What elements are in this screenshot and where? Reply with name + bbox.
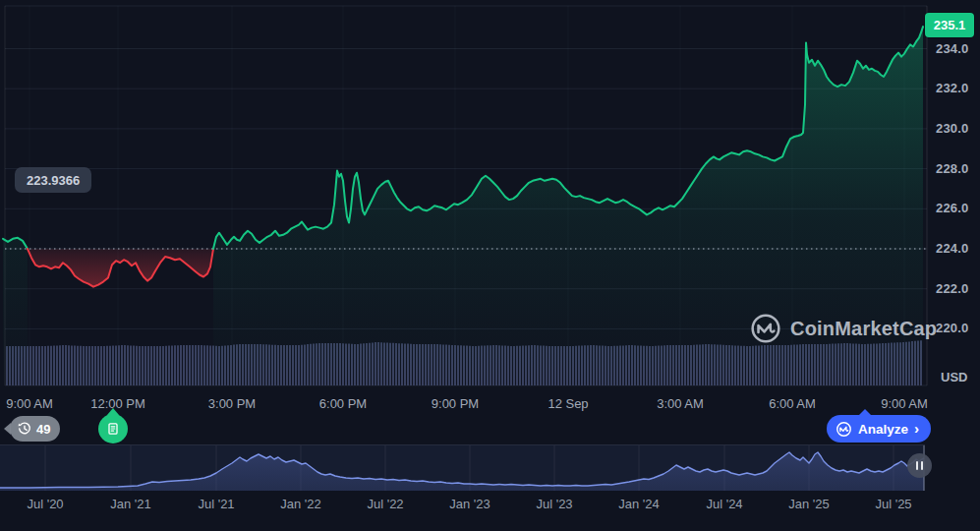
nav-date-label: Jan '25 [788,497,830,511]
time-axis-label: 9:00 AM [881,396,928,411]
time-axis-label: 6:00 AM [769,396,816,411]
history-events-button[interactable]: 49 [10,416,60,442]
price-chart-area[interactable]: 223.9366 CoinMarketCap 235.1 234.0232.02… [0,0,980,391]
news-event-pin[interactable] [98,414,128,443]
baseline-price-label: 223.9366 [15,167,91,193]
analyze-button-tail [858,409,872,416]
analyze-label: Analyze [858,422,908,437]
time-axis-label: 3:00 AM [657,396,704,411]
nav-date-label: Jul '22 [367,497,403,511]
range-navigator[interactable] [0,444,925,491]
price-axis-label: 224.0 [936,241,979,256]
time-axis-label: 6:00 PM [319,396,367,411]
nav-date-label: Jul '24 [706,497,742,511]
price-axis-label: 234.0 [936,41,979,56]
coinmarketcap-watermark: CoinMarketCap [750,313,937,344]
price-axis-label: 226.0 [936,201,979,215]
price-axis-label: 230.0 [936,121,979,136]
time-axis-label: 3:00 PM [208,396,256,411]
nav-date-label: Jul '23 [536,497,572,511]
nav-date-label: Jul '21 [198,497,234,511]
navigator-resize-handle[interactable] [907,453,932,478]
history-clock-icon [18,422,31,436]
price-axis-label: 228.0 [936,161,979,176]
price-axis-label: 220.0 [936,321,979,335]
nav-date-label: Jul '20 [27,497,63,511]
coinmarketcap-logo-icon [750,313,781,344]
currency-unit-label: USD [941,370,967,384]
nav-date-label: Jan '24 [618,497,660,511]
nav-date-label: Jan '21 [110,497,151,511]
navigator-svg[interactable] [0,445,925,491]
history-count: 49 [36,422,50,437]
price-axis-label: 222.0 [936,281,979,296]
time-axis-label: 9:00 PM [432,396,479,411]
price-area-up [3,238,28,385]
document-icon [106,422,120,436]
history-pill-tail [4,423,11,435]
nav-date-label: Jan '22 [280,497,321,511]
coinmarketcap-badge-icon [836,421,852,438]
watermark-text: CoinMarketCap [790,318,937,340]
nav-date-label: Jan '23 [449,497,490,511]
handle-grip [921,461,923,470]
handle-grip [916,461,918,470]
time-axis-label: 12 Sep [548,396,588,411]
chart-widget: 223.9366 CoinMarketCap 235.1 234.0232.02… [0,0,980,531]
chevron-right-icon: › [914,420,919,437]
nav-date-label: Jul '25 [875,497,911,511]
current-price-badge: 235.1 [925,13,974,37]
news-pin-tail [107,408,119,415]
time-axis-label: 9:00 AM [6,396,53,411]
price-axis-label: 232.0 [936,81,979,95]
analyze-button[interactable]: Analyze › [827,415,931,442]
